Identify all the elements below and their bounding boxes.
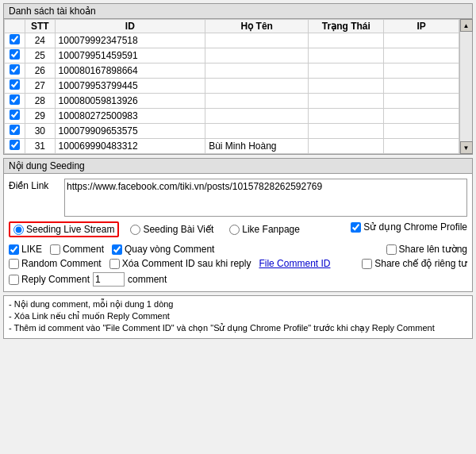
col-id: ID (55, 20, 205, 33)
row-name (205, 94, 309, 109)
table-row: 30 100079909653575 (5, 124, 459, 139)
cb-chrome-profile: Sử dụng Chrome Profile (351, 221, 467, 233)
row-name: Bùi Minh Hoàng (205, 139, 309, 154)
row-name (205, 48, 309, 63)
row-status (309, 33, 384, 48)
row-status (309, 94, 384, 109)
comment-checkbox[interactable] (50, 244, 60, 255)
row-status (309, 124, 384, 139)
radio-baiviet-label: Seeding Bài Viết (143, 224, 213, 235)
like-checkbox[interactable] (9, 244, 19, 255)
row-check[interactable] (5, 33, 25, 48)
cb-reply-comment: Reply Comment (9, 274, 90, 285)
row-stt: 29 (25, 109, 56, 124)
cb-like: LIKE (9, 244, 42, 255)
reply-comment-checkbox[interactable] (9, 275, 19, 285)
noidung-title: Nội dung Seeding (4, 159, 472, 174)
table-header-row: STT ID Họ Tên Trạng Thái IP (5, 20, 459, 33)
row-status (309, 139, 384, 154)
row-checkbox[interactable] (10, 49, 20, 60)
scroll-track (460, 32, 472, 141)
link-row: Điền Link (9, 179, 467, 217)
quayvong-checkbox[interactable] (112, 244, 122, 255)
row-check[interactable] (5, 109, 25, 124)
row-id: 100079909653575 (55, 124, 205, 139)
row-ip (384, 109, 459, 124)
link-label: Điền Link (9, 179, 64, 191)
radio-livestream-label: Seeding Live Stream (26, 224, 114, 235)
row-id: 100079953799445 (55, 79, 205, 94)
row-check[interactable] (5, 63, 25, 79)
scroll-down-btn[interactable]: ▼ (460, 141, 473, 154)
xoa-comment-checkbox[interactable] (109, 259, 120, 269)
row-stt: 28 (25, 94, 56, 109)
table-row: 28 100080059813926 (5, 94, 459, 109)
row-checkbox[interactable] (10, 125, 20, 135)
row-checkbox[interactable] (10, 34, 20, 44)
noidung-section: Nội dung Seeding Điền Link Seeding Live … (3, 158, 473, 292)
row-check[interactable] (5, 94, 25, 109)
accounts-table-scroll: STT ID Họ Tên Trạng Thái IP 24 100079992… (4, 19, 459, 154)
file-comment-id-link[interactable]: File Comment ID (259, 258, 330, 269)
row-checkbox[interactable] (10, 110, 20, 120)
reply-row: Reply Comment comment (9, 272, 467, 287)
radio-livestream-input[interactable] (13, 225, 24, 235)
row-stt: 31 (25, 139, 56, 154)
row-ip (384, 139, 459, 154)
radio-baiviet-input[interactable] (130, 225, 140, 235)
row-checkbox[interactable] (10, 79, 20, 90)
row-stt: 24 (25, 33, 56, 48)
row-status (309, 63, 384, 79)
row-id: 100080167898664 (55, 63, 205, 79)
reply-comment-label: Reply Comment (21, 274, 90, 285)
radio-seeding-baiviet[interactable]: Seeding Bài Viết (125, 221, 218, 237)
row-checkbox[interactable] (10, 64, 20, 75)
random-comment-checkbox[interactable] (9, 259, 19, 269)
row-status (309, 109, 384, 124)
row-id: 100069990483312 (55, 139, 205, 154)
scroll-up-btn[interactable]: ▲ (460, 19, 473, 32)
row-ip (384, 33, 459, 48)
row-check[interactable] (5, 139, 25, 154)
row-check[interactable] (5, 48, 25, 63)
reply-comment-number[interactable] (93, 272, 125, 287)
notes-section: - Nội dung comment, mỗi nội dung 1 dòng-… (3, 295, 473, 339)
row-stt: 25 (25, 48, 56, 63)
share-tuong-label: Share lên tường (399, 244, 467, 255)
row-ip (384, 94, 459, 109)
cb-share-riengtu: Share chế độ riêng tư (362, 258, 467, 269)
radio-fanpage-input[interactable] (229, 225, 240, 235)
share-riengtu-checkbox[interactable] (362, 259, 372, 269)
share-tuong-checkbox[interactable] (386, 244, 397, 255)
row-check[interactable] (5, 79, 25, 94)
link-textarea[interactable] (64, 179, 467, 217)
row-checkbox[interactable] (10, 140, 20, 150)
accounts-section: Danh sách tài khoản STT ID Họ Tên Trạng … (3, 3, 473, 155)
radio-row: Seeding Live Stream Seeding Bài Viết Lik… (9, 221, 305, 237)
row-ip (384, 124, 459, 139)
radio-like-fanpage[interactable]: Like Fanpage (225, 221, 305, 237)
col-ip: IP (384, 20, 459, 33)
table-row: 26 100080167898664 (5, 63, 459, 79)
row-id: 100079992347518 (55, 33, 205, 48)
row-checkbox[interactable] (10, 94, 20, 105)
row-ip (384, 48, 459, 63)
accounts-table: STT ID Họ Tên Trạng Thái IP 24 100079992… (4, 19, 459, 154)
row-status (309, 79, 384, 94)
col-status: Trạng Thái (309, 20, 384, 33)
quayvong-label: Quay vòng Comment (125, 244, 214, 255)
table-row: 25 100079951459591 (5, 48, 459, 63)
note-line: - Nội dung comment, mỗi nội dung 1 dòng (9, 299, 467, 310)
col-stt: STT (25, 20, 56, 33)
row-check[interactable] (5, 124, 25, 139)
like-label: LIKE (21, 244, 42, 255)
scrollbar[interactable]: ▲ ▼ (459, 19, 472, 154)
chrome-profile-checkbox[interactable] (351, 222, 361, 233)
row-name (205, 63, 309, 79)
cb-share-tuong: Share lên tường (386, 244, 467, 255)
reply-comment-suffix: comment (128, 274, 167, 285)
right-checks: Sử dụng Chrome Profile (351, 221, 467, 233)
row-stt: 27 (25, 79, 56, 94)
row-stt: 26 (25, 63, 56, 79)
radio-seeding-livestream[interactable]: Seeding Live Stream (9, 221, 119, 237)
